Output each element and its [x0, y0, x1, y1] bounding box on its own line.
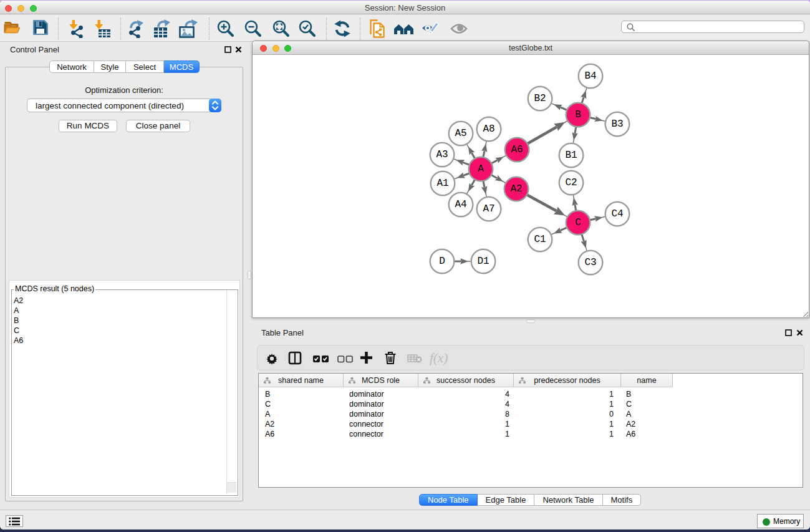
svg-text:A5: A5: [455, 128, 466, 139]
svg-text:C3: C3: [584, 257, 596, 268]
svg-text:B3: B3: [611, 118, 623, 130]
svg-text:A8: A8: [483, 123, 494, 135]
svg-text:D: D: [439, 256, 445, 267]
svg-text:A2: A2: [510, 183, 522, 195]
svg-text:A3: A3: [436, 149, 448, 160]
svg-text:A1: A1: [436, 178, 448, 189]
svg-text:B: B: [575, 109, 581, 120]
svg-text:C2: C2: [565, 177, 577, 188]
svg-text:C4: C4: [611, 208, 623, 220]
svg-text:B2: B2: [534, 93, 546, 104]
svg-text:C: C: [575, 217, 581, 228]
svg-text:A: A: [478, 163, 484, 175]
svg-text:A7: A7: [483, 203, 494, 215]
svg-text:A6: A6: [511, 144, 523, 155]
svg-text:C1: C1: [534, 234, 546, 245]
svg-text:D1: D1: [477, 256, 489, 267]
svg-text:B1: B1: [565, 150, 577, 161]
svg-text:A4: A4: [455, 199, 466, 210]
svg-text:B4: B4: [584, 70, 596, 82]
